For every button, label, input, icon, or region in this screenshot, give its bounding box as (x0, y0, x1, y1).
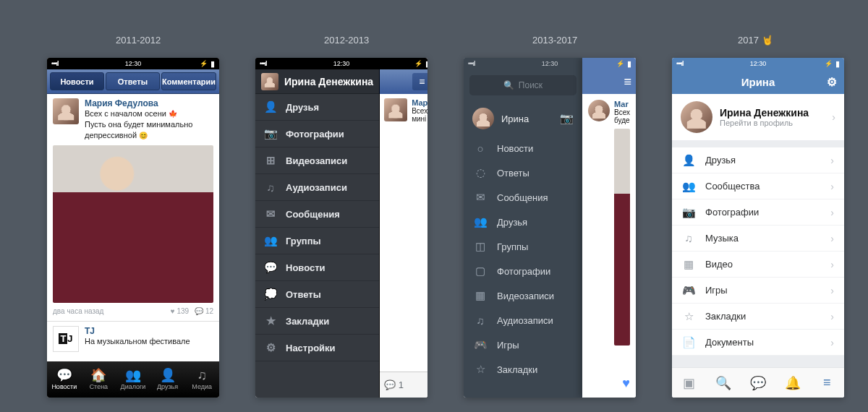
phone-2013: 12:30 🔍Поиск Ирина 📷 ○Новости ◌Ответы ✉С… (464, 58, 636, 398)
camera-icon[interactable]: 📷 (560, 112, 574, 125)
chat-icon: 💬 (264, 261, 277, 274)
menu-item-replies[interactable]: 💭Ответы (255, 281, 379, 308)
menu-item-messages[interactable]: ✉Сообщения (255, 201, 379, 228)
menu-item-bookmarks[interactable]: ☆Закладки› (672, 304, 844, 330)
tab-bar: 💬Новости 🏠Стена 👥Диалоги 👤Друзья ♫Медиа (47, 361, 219, 398)
people-icon: 👥 (264, 234, 277, 247)
tab-notifications[interactable]: 🔔 (775, 368, 810, 398)
tab-media[interactable]: ♫Медиа (184, 361, 219, 398)
post-card[interactable]: TJ TJ На музыкальном фестивале (47, 322, 219, 356)
hamburger-button[interactable]: ≡ (412, 73, 427, 90)
comment-count[interactable]: 💬 12 (195, 307, 213, 315)
post-card[interactable]: Мария Федулова Всех с началом осени Пуст… (47, 94, 219, 322)
smile-icon (139, 131, 148, 140)
profile-subtitle: Перейти в профиль (720, 119, 825, 127)
battery-icon (627, 59, 631, 69)
menu-item-friends[interactable]: 👥Друзья (464, 210, 582, 234)
post-author[interactable]: Мария Федулова (85, 98, 213, 108)
menu-item-games[interactable]: 🎮Игры› (672, 278, 844, 304)
menu-item-bookmarks[interactable]: ★Закладки (255, 308, 379, 335)
menu-item-videos[interactable]: ▦Видеозаписи (464, 283, 582, 308)
menu-item-video[interactable]: ▦Видео› (672, 252, 844, 278)
menu-item-settings[interactable]: ⚙Настройки (255, 335, 379, 361)
menu-item-messages[interactable]: ✉Сообщения (464, 185, 582, 210)
menu-item-music[interactable]: ♫Музыка› (672, 226, 844, 252)
toolbar: 💬 1 (380, 372, 427, 398)
menu-item-communities[interactable]: 👥Сообщества› (672, 173, 844, 199)
status-bar: 12:30 (464, 58, 582, 69)
chat-icon: 💬 (56, 369, 72, 382)
tab-search[interactable]: 🔍 (707, 368, 741, 398)
menu-item-friends[interactable]: 👤Друзья› (672, 147, 844, 173)
menu-item-audio[interactable]: ♫Аудиозаписи (255, 174, 379, 201)
search-input[interactable]: 🔍Поиск (469, 75, 576, 95)
menu-item-news[interactable]: ○Новости (464, 136, 582, 160)
menu-header[interactable]: Ирина Денежкина (255, 69, 379, 94)
tab-friends[interactable]: 👤Друзья (150, 361, 185, 398)
clock: 12:30 (750, 60, 767, 67)
avatar[interactable] (53, 98, 79, 124)
star-icon: ☆ (682, 310, 695, 323)
seg-replies[interactable]: Ответы (106, 72, 160, 90)
gear-icon[interactable]: ⚙ (827, 75, 837, 89)
avatar (384, 98, 407, 121)
leaf-icon (169, 109, 177, 118)
chevron-right-icon: › (830, 233, 834, 244)
avatar (472, 108, 494, 129)
profile-card[interactable]: Ирина Денежкина Перейти в профиль › (672, 94, 844, 140)
avatar[interactable]: TJ (53, 326, 79, 352)
menu-item-bookmarks[interactable]: ☆Закладки (464, 357, 582, 382)
post-author[interactable]: TJ (85, 326, 213, 336)
menu-item-videos[interactable]: ⊞Видеозаписи (255, 147, 379, 174)
menu-item-games[interactable]: 🎮Игры (464, 332, 582, 357)
tab-feed[interactable]: ▣ (672, 368, 707, 398)
chevron-right-icon: › (830, 311, 834, 322)
menu-item-groups[interactable]: ◫Группы (464, 234, 582, 259)
chat-icon: ○ (474, 142, 487, 155)
like-button[interactable]: ♥ (582, 369, 636, 398)
content-sliver[interactable]: ⚡ ≡ Маr Всехбуде ♥ (582, 58, 636, 398)
tab-menu[interactable]: ≡ (809, 368, 844, 398)
chevron-right-icon: › (830, 285, 834, 296)
chevron-right-icon: › (830, 259, 834, 270)
seg-news[interactable]: Новости (50, 72, 104, 90)
menu-item-replies[interactable]: ◌Ответы (464, 160, 582, 185)
clock: 12:30 (125, 60, 142, 67)
status-bar: 12:30 (255, 58, 379, 69)
hamburger-button[interactable]: ≡ (624, 74, 631, 90)
menu-item-documents[interactable]: 📄Документы› (672, 330, 844, 356)
avatar (588, 100, 610, 121)
content-sliver[interactable]: ⚡ ≡ Марі Всехмині 💬 1 (379, 58, 427, 398)
battery-icon (835, 59, 840, 69)
era-label-1: 2011-2012 (116, 35, 161, 46)
seg-comments[interactable]: Комментарии (161, 72, 216, 90)
phone-2017: 12:30 ⚡ Ирина ⚙ Ирина Денежкина Перейти … (672, 58, 844, 398)
post-text: На музыкальном фестивале (85, 336, 213, 347)
clock: 12:30 (542, 60, 558, 67)
person-icon: 👤 (682, 154, 695, 167)
music-icon: ♫ (682, 232, 695, 244)
chat-icon[interactable]: 💬 1 (384, 379, 404, 390)
tab-news[interactable]: 💬Новости (47, 361, 82, 398)
tab-dialogs[interactable]: 👥Диалоги (116, 361, 150, 398)
menu-item-news[interactable]: 💬Новости (255, 254, 379, 281)
menu-item-photos[interactable]: 📷Фотографии› (672, 199, 844, 226)
menu-item-friends[interactable]: 👤Друзья (255, 94, 379, 121)
tab-messages[interactable]: 💬 (741, 368, 775, 398)
nav-title: Ирина (741, 76, 775, 88)
post-text: Всехмині (412, 107, 427, 123)
menu-item-photos[interactable]: 📷Фотографии (255, 121, 379, 147)
gear-icon: ⚙ (264, 341, 277, 354)
search-icon: 🔍 (503, 80, 514, 90)
menu-item-audio[interactable]: ♫Аудиозаписи (464, 308, 582, 332)
clock: 12:30 (333, 60, 350, 67)
tab-wall[interactable]: 🏠Стена (82, 361, 116, 398)
like-count[interactable]: ♥ 139 (171, 307, 189, 315)
menu-item-groups[interactable]: 👥Группы (255, 228, 379, 254)
status-bar: ⚡ (582, 58, 636, 69)
post-author: Маr (614, 100, 630, 108)
post-photo[interactable] (53, 145, 213, 303)
menu-item-photos[interactable]: ▢Фотографии (464, 259, 582, 283)
profile-row[interactable]: Ирина 📷 (464, 101, 582, 136)
signal-icon (468, 60, 475, 67)
